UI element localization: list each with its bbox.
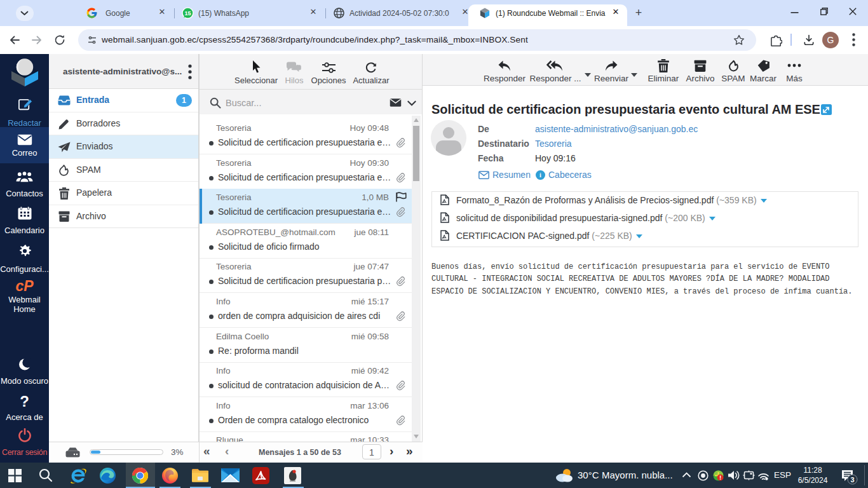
svg-text:3: 3 xyxy=(850,476,854,484)
svg-text:15: 15 xyxy=(184,10,191,17)
svg-text:i: i xyxy=(539,172,541,179)
